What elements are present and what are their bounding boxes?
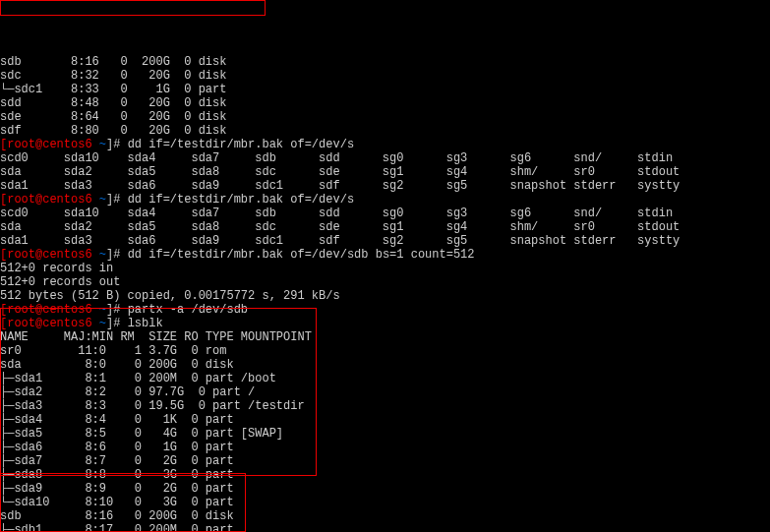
cmd-dd-3[interactable]: dd if=/testdir/mbr.bak of=/dev/sdb bs=1 … [128,248,475,262]
tab-completion-2: scd0 sda10 sda4 sda7 sdb sdd sg0 sg3 sg6… [0,207,680,248]
prompt-path: ~ [99,248,106,262]
prompt-tail: ]# [106,248,128,262]
prompt-tail: ]# [106,317,128,330]
cmd-lsblk[interactable]: lsblk [128,317,163,330]
prompt-user: [root@centos6 [0,317,99,330]
cmd-dd-1[interactable]: dd if=/testdir/mbr.bak of=/dev/s [128,138,354,151]
prompt-path: ~ [99,317,106,330]
cmd-dd-2[interactable]: dd if=/testdir/mbr.bak of=/dev/s [128,193,354,207]
prompt-path: ~ [99,303,106,317]
prompt-path: ~ [99,193,106,207]
prompt-tail: ]# [106,138,128,151]
prompt-user: [root@centos6 [0,193,99,207]
tab-completion-1: scd0 sda10 sda4 sda7 sdb sdd sg0 sg3 sg6… [0,151,680,193]
prompt-path: ~ [99,138,106,151]
prompt-user: [root@centos6 [0,303,99,317]
block-top: sdb 8:16 0 200G 0 disk sdc 8:32 0 20G 0 … [0,55,234,138]
prompt-tail: ]# [106,303,128,317]
lsblk-header: NAME MAJ:MIN RM SIZE RO TYPE MOUNTPOINT [0,330,312,344]
prompt-user: [root@centos6 [0,138,99,151]
prompt-tail: ]# [106,193,128,207]
highlight-box-sdb-top [0,0,266,16]
lsblk-rows: sr0 11:0 1 3.7G 0 rom sda 8:0 0 200G 0 d… [0,344,305,532]
prompt-user: [root@centos6 [0,248,99,262]
dd-output: 512+0 records in 512+0 records out 512 b… [0,262,340,303]
cmd-partx[interactable]: partx -a /dev/sdb [128,303,248,317]
terminal-output: sdb 8:16 0 200G 0 disk sdc 8:32 0 20G 0 … [0,55,770,532]
